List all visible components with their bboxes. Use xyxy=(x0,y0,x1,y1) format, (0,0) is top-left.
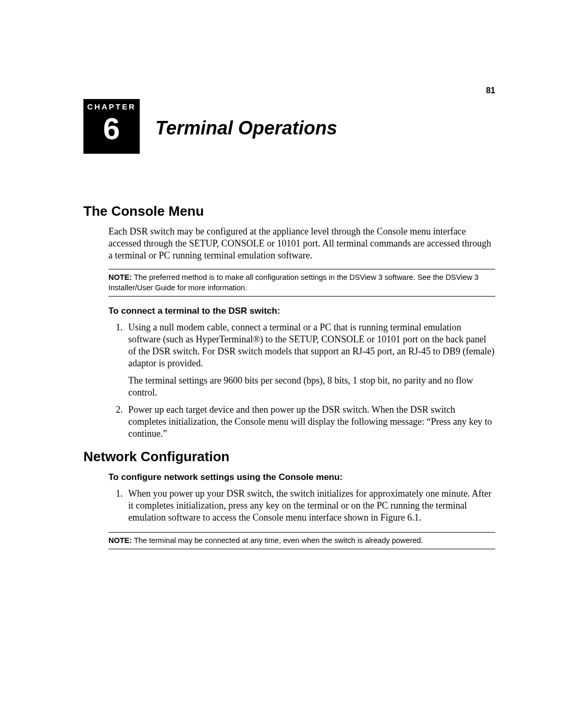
chapter-badge: CHAPTER 6 xyxy=(83,99,140,154)
document-page: 81 CHAPTER 6 Terminal Operations The Con… xyxy=(0,0,563,728)
procedure-steps: When you power up your DSR switch, the s… xyxy=(83,488,495,524)
step-text: When you power up your DSR switch, the s… xyxy=(128,488,492,523)
chapter-title: Terminal Operations xyxy=(155,117,337,139)
step-text: Using a null modem cable, connect a term… xyxy=(128,322,494,368)
chapter-number: 6 xyxy=(83,112,140,145)
note-text: The preferred method is to make all conf… xyxy=(108,273,479,292)
note-box: NOTE: The terminal may be connected at a… xyxy=(108,532,495,550)
chapter-label: CHAPTER xyxy=(83,102,140,111)
note-box: NOTE: The preferred method is to make al… xyxy=(108,269,495,297)
list-item: When you power up your DSR switch, the s… xyxy=(125,488,495,524)
step-subtext: The terminal settings are 9600 bits per … xyxy=(128,375,495,399)
step-text: Power up each target device and then pow… xyxy=(128,404,492,439)
page-content: The Console Menu Each DSR switch may be … xyxy=(83,203,495,549)
section-heading-console-menu: The Console Menu xyxy=(83,203,495,219)
note-label: NOTE: xyxy=(108,536,132,545)
page-number: 81 xyxy=(486,86,495,95)
note-text: The terminal may be connected at any tim… xyxy=(132,536,423,545)
procedure-heading-connect-terminal: To connect a terminal to the DSR switch: xyxy=(108,306,495,316)
procedure-steps: Using a null modem cable, connect a term… xyxy=(83,322,495,440)
note-label: NOTE: xyxy=(108,273,132,281)
intro-paragraph: Each DSR switch may be configured at the… xyxy=(83,226,495,262)
procedure-heading-configure-network: To configure network settings using the … xyxy=(108,472,495,483)
section-heading-network-configuration: Network Configuration xyxy=(83,449,495,465)
list-item: Power up each target device and then pow… xyxy=(125,404,495,440)
chapter-header: CHAPTER 6 Terminal Operations xyxy=(83,99,495,154)
list-item: Using a null modem cable, connect a term… xyxy=(125,322,495,399)
